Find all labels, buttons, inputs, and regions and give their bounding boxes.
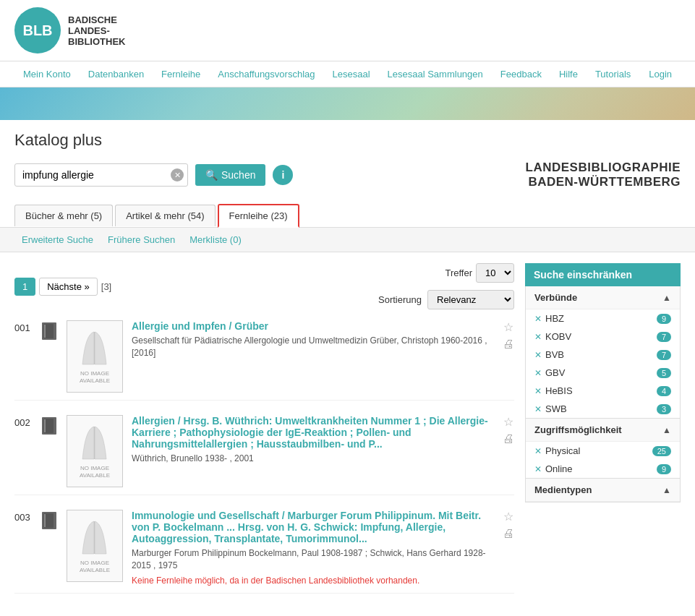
filter-remove-icon[interactable]: ✕ xyxy=(534,314,542,324)
filter-item-label: BVB xyxy=(545,349,564,360)
filter-remove-icon[interactable]: ✕ xyxy=(534,446,542,456)
filter-header-verbunde[interactable]: Verbünde ▲ xyxy=(526,286,680,309)
result-title[interactable]: Allergie und Impfen / Grüber xyxy=(132,320,495,332)
current-page[interactable]: 1 xyxy=(14,278,35,296)
result-item: 003 NO IMAGEAVAILABLE Immunologie und Ge… xyxy=(14,510,514,594)
result-book-icon xyxy=(42,320,59,340)
no-fernleihe-notice: Keine Fernleihe möglich, da in der Badis… xyxy=(132,576,495,586)
filter-remove-icon[interactable]: ✕ xyxy=(534,368,542,378)
result-body: Immunologie und Gesellschaft / Marburger… xyxy=(132,510,495,586)
nav-mein-konto[interactable]: Mein Konto xyxy=(14,61,80,87)
clear-search-button[interactable]: ✕ xyxy=(171,168,184,181)
bookmark-button[interactable]: ☆ xyxy=(503,510,513,523)
filter-item-label: GBV xyxy=(545,367,565,378)
filter-count: 4 xyxy=(657,386,671,396)
filter-item[interactable]: ✕ HeBIS 4 xyxy=(526,382,680,400)
filter-remove-icon[interactable]: ✕ xyxy=(534,464,542,474)
no-image-text: NO IMAGEAVAILABLE xyxy=(80,370,110,385)
treffer-select[interactable]: 10 20 50 xyxy=(476,263,514,283)
sub-nav: Erweiterte Suche Frühere Suchen Merklist… xyxy=(0,228,695,252)
filter-item[interactable]: ✕ BVB 7 xyxy=(526,346,680,364)
filter-item[interactable]: ✕ KOBV 7 xyxy=(526,328,680,346)
filter-item[interactable]: ✕ Online 9 xyxy=(526,460,680,478)
search-input[interactable] xyxy=(14,163,188,187)
filter-item[interactable]: ✕ SWB 3 xyxy=(526,400,680,418)
open-book-svg xyxy=(77,423,113,463)
filter-zugriff-arrow: ▲ xyxy=(662,425,671,435)
info-button[interactable]: i xyxy=(273,165,293,185)
svg-rect-4 xyxy=(44,419,46,432)
nav-lesesaal[interactable]: Lesesaal xyxy=(324,61,379,87)
logo-line3: BIBLIOTHEK xyxy=(68,36,125,47)
filter-item-left: ✕ KOBV xyxy=(534,331,571,342)
tab-fernleihe[interactable]: Fernleihe (23) xyxy=(218,204,299,228)
result-item: 001 NO IMAGEAVAILABLE Allergie und Impfe… xyxy=(14,320,514,401)
header: BLB BADISCHE LANDES- BIBLIOTHEK xyxy=(0,0,695,61)
nav-anschaffungsvorschlag[interactable]: Anschaffungsvorschlag xyxy=(209,61,323,87)
total-pages: [3] xyxy=(101,281,111,292)
tab-artikel[interactable]: Artikel & mehr (54) xyxy=(115,205,215,226)
erweiterte-suche-link[interactable]: Erweiterte Suche xyxy=(14,231,101,248)
filter-item-left: ✕ Online xyxy=(534,463,573,474)
nav-tutorials[interactable]: Tutorials xyxy=(587,61,639,87)
results-container: 001 NO IMAGEAVAILABLE Allergie und Impfe… xyxy=(14,320,514,594)
print-button[interactable]: 🖨 xyxy=(503,432,514,445)
result-meta: Wüthrich, Brunello 1938- , 2001 xyxy=(132,453,495,465)
filter-remove-icon[interactable]: ✕ xyxy=(534,350,542,360)
result-meta: Marburger Forum Philippinum Bockelmann, … xyxy=(132,547,495,572)
filter-item-label: SWB xyxy=(545,403,567,414)
filter-section-verbunde: Verbünde ▲ ✕ HBZ 9 ✕ KOBV 7 ✕ BVB 7 ✕ xyxy=(525,286,681,419)
result-num: 002 xyxy=(14,415,35,428)
search-input-wrap: ✕ xyxy=(14,163,188,187)
print-button[interactable]: 🖨 xyxy=(503,527,514,540)
result-body: Allergie und Impfen / Grüber Gesellschaf… xyxy=(132,320,495,359)
result-book-icon xyxy=(42,415,59,435)
search-button[interactable]: 🔍 Suchen xyxy=(195,164,265,186)
sortierung-select[interactable]: Relevanz Datum Titel Autor xyxy=(427,290,514,309)
nav-fernleihe[interactable]: Fernleihe xyxy=(153,61,209,87)
nav-feedback[interactable]: Feedback xyxy=(492,61,550,87)
nav-lesesaal-sammlungen[interactable]: Lesesaal Sammlungen xyxy=(379,61,492,87)
logo-circle: BLB xyxy=(14,7,61,54)
next-page-button[interactable]: Nächste » xyxy=(39,278,98,296)
filter-item-left: ✕ SWB xyxy=(534,403,567,414)
result-body: Allergien / Hrsg. B. Wüthrich: Umweltkra… xyxy=(132,415,495,465)
bookmark-button[interactable]: ☆ xyxy=(503,415,513,429)
filter-count: 9 xyxy=(657,464,671,474)
nav-login[interactable]: Login xyxy=(640,61,681,87)
tabs: Bücher & mehr (5) Artikel & mehr (54) Fe… xyxy=(0,200,695,228)
result-title[interactable]: Immunologie und Gesellschaft / Marburger… xyxy=(132,510,495,544)
filter-item-left: ✕ Physical xyxy=(534,445,580,456)
pagination: 1 Nächste » [3] xyxy=(14,278,111,296)
filter-item[interactable]: ✕ Physical 25 xyxy=(526,442,680,460)
result-num: 003 xyxy=(14,510,35,523)
bookmark-button[interactable]: ☆ xyxy=(503,320,513,334)
filter-count: 7 xyxy=(657,350,671,360)
tab-buecher[interactable]: Bücher & mehr (5) xyxy=(14,205,113,226)
no-image-text: NO IMAGEAVAILABLE xyxy=(80,560,110,575)
no-image-box: NO IMAGEAVAILABLE xyxy=(67,320,123,393)
filter-section-medientypen: Medientypen ▲ xyxy=(525,479,681,502)
open-book-svg xyxy=(77,518,113,557)
filter-item-label: Online xyxy=(545,463,573,474)
nav-hilfe[interactable]: Hilfe xyxy=(550,61,587,87)
filter-remove-icon[interactable]: ✕ xyxy=(534,332,542,342)
result-title[interactable]: Allergien / Hrsg. B. Wüthrich: Umweltkra… xyxy=(132,415,495,450)
landesbibliographie-line1: LANDESBIBLIOGRAPHIE xyxy=(526,161,681,175)
fruehere-suchen-link[interactable]: Frühere Suchen xyxy=(101,231,182,248)
page-title: Katalog plus xyxy=(0,120,695,157)
filter-item[interactable]: ✕ GBV 5 xyxy=(526,364,680,382)
filter-remove-icon[interactable]: ✕ xyxy=(534,404,542,414)
filter-item[interactable]: ✕ HBZ 9 xyxy=(526,309,680,328)
sortierung-label: Sortierung xyxy=(378,294,422,305)
filter-section-zugriff: Zugriffsmöglichkeit ▲ ✕ Physical 25 ✕ On… xyxy=(525,419,681,479)
print-button[interactable]: 🖨 xyxy=(503,338,514,351)
filter-remove-icon[interactable]: ✕ xyxy=(534,386,542,396)
filter-header-zugriff[interactable]: Zugriffsmöglichkeit ▲ xyxy=(526,419,680,442)
merkliste-link[interactable]: Merkliste (0) xyxy=(182,231,249,248)
filter-header-medientypen[interactable]: Medientypen ▲ xyxy=(526,479,680,502)
result-actions: ☆ 🖨 xyxy=(503,415,514,445)
hero-banner xyxy=(0,87,695,120)
no-image-box: NO IMAGEAVAILABLE xyxy=(67,510,123,582)
nav-datenbanken[interactable]: Datenbanken xyxy=(80,61,153,87)
